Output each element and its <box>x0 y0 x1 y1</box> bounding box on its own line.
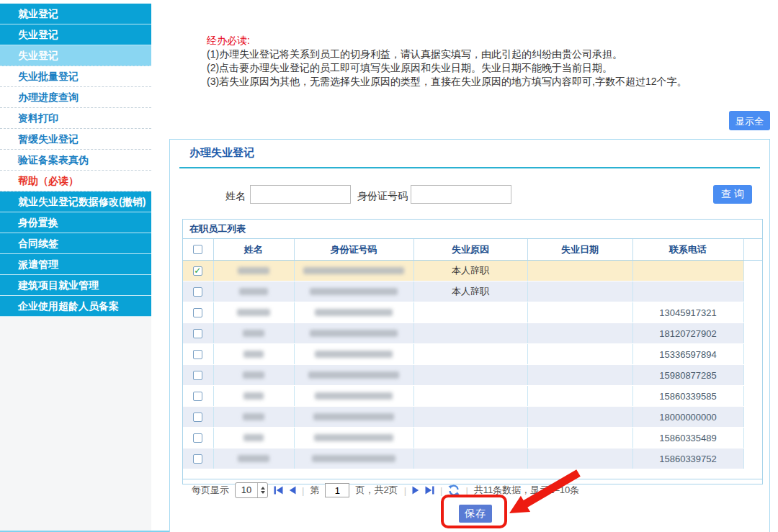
sidebar-item[interactable]: 失业批量登记 <box>0 66 151 87</box>
cell-reason <box>413 386 527 407</box>
table-row[interactable]: 13045917321 <box>183 302 762 323</box>
show-full-text-button[interactable]: 显示全文 <box>729 111 770 130</box>
cell-phone: 15860339585 <box>632 386 743 407</box>
save-button[interactable]: 保存 <box>459 505 492 523</box>
cell-date <box>527 281 632 302</box>
row-checkbox[interactable] <box>193 329 202 338</box>
row-checkbox[interactable] <box>193 412 202 422</box>
prev-page-icon[interactable] <box>289 486 296 495</box>
cell-date <box>527 386 632 407</box>
cell-phone: 15336597894 <box>632 344 743 365</box>
row-checkbox[interactable] <box>193 287 202 297</box>
cell-reason <box>413 302 527 323</box>
id-number-input[interactable] <box>411 185 511 204</box>
sidebar-item[interactable]: 失业登记 <box>0 24 151 45</box>
next-page-icon[interactable] <box>412 486 419 495</box>
sidebar-item[interactable]: 验证备案表真伪 <box>0 150 151 171</box>
table-row[interactable]: 15860339752 <box>183 448 762 469</box>
col-header-empty <box>743 239 762 261</box>
blurred-id <box>310 288 398 295</box>
row-checkbox[interactable] <box>193 308 202 317</box>
page-number-input[interactable] <box>325 483 349 497</box>
refresh-icon[interactable] <box>448 484 460 496</box>
col-header-name: 姓名 <box>213 239 294 261</box>
cell-reason <box>413 344 527 365</box>
name-input[interactable] <box>250 185 351 204</box>
blurred-name <box>239 288 268 295</box>
blurred-id <box>308 371 399 379</box>
blurred-name <box>243 413 264 420</box>
sidebar-item[interactable]: 帮助（必读） <box>0 171 151 191</box>
table-row[interactable]: 18120727902 <box>183 323 762 344</box>
pagination-bar: 每页显示 10 | 第 页，共2页 | <box>183 479 762 501</box>
table-row[interactable]: 15860335489 <box>183 428 762 448</box>
sidebar-item[interactable]: 建筑项目就业管理 <box>0 275 151 296</box>
row-checkbox[interactable] <box>193 454 202 464</box>
sidebar-item[interactable]: 失业登记 <box>0 45 151 66</box>
notice-line: (2)点击要办理失业登记的员工即可填写失业原因和失业日期。失业日期不能晚于当前日… <box>207 61 687 75</box>
last-page-icon[interactable] <box>425 486 434 495</box>
notice-line: (1)办理失业登记将关系到员工的切身利益，请认真据实填写，由此引起的纠纷由贵公司… <box>207 48 687 61</box>
row-checkbox[interactable] <box>193 433 202 443</box>
table-row[interactable]: 18000000000 <box>183 407 762 428</box>
blurred-name <box>238 455 269 462</box>
page-prefix: 第 <box>310 484 319 497</box>
sidebar-item[interactable]: 合同续签 <box>0 233 151 254</box>
sidebar-item[interactable]: 企业使用超龄人员备案 <box>0 296 151 317</box>
table-caption: 在职员工列表 <box>183 220 762 239</box>
cell-empty <box>743 344 762 365</box>
sidebar-item[interactable]: 暂缓失业登记 <box>0 129 151 150</box>
cell-date <box>527 344 632 365</box>
cell-phone: 18120727902 <box>632 323 743 344</box>
sidebar-empty-area <box>0 317 151 532</box>
sidebar: 就业登记失业登记失业登记失业批量登记办理进度查询资料打印暂缓失业登记验证备案表真… <box>0 4 151 317</box>
search-button[interactable]: 查询 <box>713 185 752 204</box>
panel-title: 办理失业登记 <box>189 146 254 160</box>
blurred-id <box>313 413 394 420</box>
title-divider <box>179 167 760 168</box>
blurred-name <box>243 371 264 379</box>
cell-empty <box>743 407 762 428</box>
table-row[interactable]: 15980877285 <box>183 365 762 386</box>
cell-empty <box>743 281 762 302</box>
cell-empty <box>743 386 762 407</box>
table-row[interactable]: 本人辞职 <box>183 261 762 281</box>
cell-phone: 13045917321 <box>632 302 743 323</box>
cell-reason: 本人辞职 <box>413 261 527 281</box>
main-panel: 办理失业登记 姓名 身份证号码 查询 在职员工列表 姓名 身份证号码 失业原因 <box>169 139 770 532</box>
row-checkbox-checked[interactable] <box>193 266 202 276</box>
table-row[interactable]: 15860339585 <box>183 386 762 407</box>
blurred-id <box>303 267 404 274</box>
table-header-row: 姓名 身份证号码 失业原因 失业日期 联系电话 <box>183 239 762 261</box>
cell-empty <box>743 448 762 469</box>
col-header-date: 失业日期 <box>527 239 632 261</box>
employee-table-body: 本人辞职本人辞职13045917321181207279021533659789… <box>183 261 762 469</box>
row-checkbox[interactable] <box>193 350 202 359</box>
sidebar-item[interactable]: 身份置换 <box>0 212 151 233</box>
per-page-select[interactable]: 10 <box>235 482 268 498</box>
sidebar-item[interactable]: 就业失业登记数据修改(撤销) <box>0 191 151 212</box>
blurred-id <box>310 330 398 337</box>
select-all-checkbox[interactable] <box>193 245 202 254</box>
sidebar-item[interactable]: 资料打印 <box>0 108 151 129</box>
id-number-label: 身份证号码 <box>357 190 408 203</box>
table-row[interactable]: 本人辞职 <box>183 281 762 302</box>
pagination-summary: 共11条数据，显示1–10条 <box>474 484 579 497</box>
sidebar-item[interactable]: 就业登记 <box>0 4 151 24</box>
cell-reason <box>413 448 527 469</box>
table-row[interactable]: 15336597894 <box>183 344 762 365</box>
cell-date <box>527 365 632 386</box>
cell-date <box>527 302 632 323</box>
blurred-id <box>312 455 395 462</box>
cell-date <box>527 407 632 428</box>
first-page-icon[interactable] <box>274 486 283 495</box>
row-checkbox[interactable] <box>193 392 202 401</box>
blurred-name <box>243 392 264 400</box>
sidebar-item[interactable]: 办理进度查询 <box>0 87 151 108</box>
cell-phone: 18000000000 <box>632 407 743 428</box>
sidebar-item[interactable]: 派遣管理 <box>0 254 151 275</box>
notice-block: 经办必读: (1)办理失业登记将关系到员工的切身利益，请认真据实填写，由此引起的… <box>207 34 687 89</box>
blurred-id <box>315 351 393 358</box>
cell-empty <box>743 365 762 386</box>
row-checkbox[interactable] <box>193 371 202 380</box>
